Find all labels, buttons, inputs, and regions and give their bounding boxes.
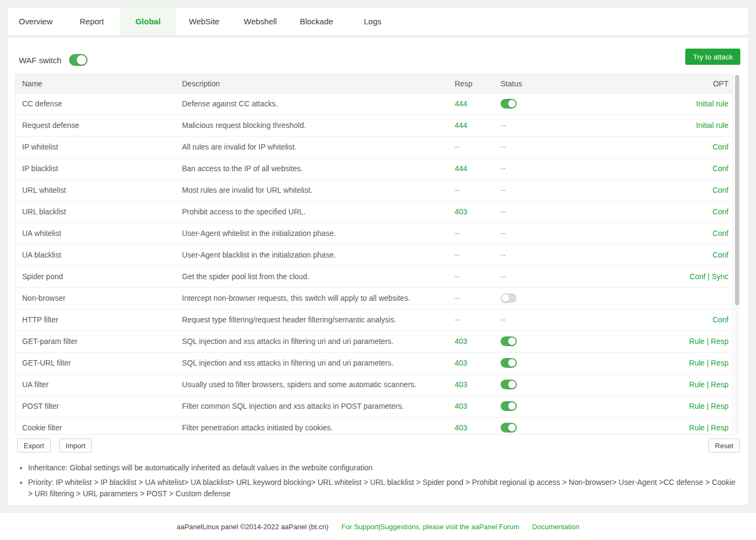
opt-link-conf[interactable]: Conf: [712, 229, 728, 238]
opt-link-conf[interactable]: Conf: [712, 186, 728, 194]
opt-link-resp[interactable]: Resp: [711, 423, 728, 432]
table-row: URL blacklistProhibit access to the spec…: [16, 201, 733, 222]
table-scrollbar-thumb[interactable]: [735, 75, 739, 305]
opt-link-resp[interactable]: Resp: [711, 380, 728, 389]
rule-status-toggle[interactable]: [501, 380, 517, 389]
rule-status-cell: [501, 287, 608, 309]
table-scrollbar[interactable]: [735, 74, 739, 435]
try-to-attack-button[interactable]: Try to attack: [685, 49, 740, 65]
toggle-knob: [508, 338, 516, 345]
opt-link-initial-rule[interactable]: Initial rule: [696, 99, 728, 108]
opt-link-conf[interactable]: Conf: [712, 251, 728, 259]
support-link[interactable]: For Support|Suggestions, please visit th…: [341, 523, 519, 531]
opt-separator: |: [705, 380, 711, 389]
opt-link-resp[interactable]: Resp: [711, 402, 728, 410]
rule-description: Most rules are invalid for URL whitelist…: [182, 179, 455, 201]
waf-global-panel: WAF switch Try to attack Name Descriptio…: [8, 38, 748, 505]
rule-resp: 403: [455, 417, 501, 435]
opt-link-conf[interactable]: Conf: [712, 207, 728, 216]
copyright-text: aaPanelLinux panel ©2014-2022 aaPanel (b…: [177, 523, 328, 531]
reset-button[interactable]: Reset: [708, 438, 740, 453]
rule-name: UA blacklist: [16, 244, 182, 266]
tab-logs[interactable]: Logs: [345, 8, 401, 35]
opt-link-rule[interactable]: Rule: [689, 380, 705, 389]
rule-name: CC defense: [16, 93, 182, 114]
import-button[interactable]: Import: [59, 438, 92, 453]
documentation-link[interactable]: Documentation: [532, 523, 579, 531]
opt-link-rule[interactable]: Rule: [689, 402, 705, 410]
toggle-knob: [508, 424, 516, 431]
toggle-knob: [508, 381, 516, 388]
rule-description: Filter common SQL injection and xss atta…: [182, 395, 455, 417]
rule-status-toggle[interactable]: [501, 336, 517, 346]
rule-description: Prohibit access to the specified URL.: [182, 201, 455, 222]
tab-website[interactable]: WebSite: [176, 8, 232, 35]
rule-status-cell: --: [501, 201, 608, 222]
rule-description: Ban access to the IP of all websites.: [182, 158, 455, 179]
rule-status-none: --: [501, 121, 505, 130]
rule-opt-cell: Conf: [608, 179, 733, 201]
waf-switch-toggle[interactable]: [69, 54, 87, 66]
opt-link-rule[interactable]: Rule: [689, 423, 705, 432]
rule-description: User-Agent whitelist in the initializati…: [182, 222, 455, 244]
rule-name: GET-URL filter: [16, 352, 182, 374]
rule-resp: 444: [455, 114, 501, 136]
tab-webshell[interactable]: Webshell: [232, 8, 288, 35]
rule-status-toggle[interactable]: [501, 358, 517, 368]
rule-resp: 403: [455, 395, 501, 417]
rule-resp: 403: [455, 201, 501, 222]
toggle-knob: [508, 359, 516, 367]
rule-resp: 403: [455, 352, 501, 374]
opt-link-rule[interactable]: Rule: [689, 337, 705, 346]
rule-opt-cell: [608, 287, 733, 309]
opt-link-conf[interactable]: Conf: [712, 164, 728, 173]
rule-description: Request type filtering/request header fi…: [182, 309, 455, 330]
waf-table-body: CC defenseDefense against CC attacks.444…: [16, 93, 733, 435]
opt-link-conf[interactable]: Conf: [712, 315, 728, 324]
table-row: CC defenseDefense against CC attacks.444…: [16, 93, 733, 114]
rule-opt-cell: Initial rule: [608, 114, 733, 136]
toggle-knob: [77, 55, 86, 65]
rule-status-cell: --: [501, 136, 608, 158]
rule-opt-cell: Rule | Resp: [608, 352, 733, 374]
opt-link-initial-rule[interactable]: Initial rule: [696, 121, 728, 130]
rule-status-toggle[interactable]: [501, 99, 517, 109]
rule-name: HTTP filter: [16, 309, 182, 330]
rule-description: Defense against CC attacks.: [182, 93, 455, 114]
tab-global[interactable]: Global: [120, 8, 176, 35]
toggle-knob: [508, 100, 516, 107]
rule-name: URL whitelist: [16, 179, 182, 201]
table-row: HTTP filterRequest type filtering/reques…: [16, 309, 733, 330]
rule-description: User-Agent blacklist in the initializati…: [182, 244, 455, 266]
opt-link-resp[interactable]: Resp: [711, 359, 728, 367]
rule-resp: 403: [455, 330, 501, 352]
opt-separator: |: [705, 272, 711, 281]
tab-blockade[interactable]: Blockade: [288, 8, 345, 35]
rule-status-toggle[interactable]: [501, 293, 517, 303]
opt-link-rule[interactable]: Rule: [689, 359, 705, 367]
rule-status-toggle[interactable]: [501, 423, 517, 433]
table-row: Request defenseMalicious request blockin…: [16, 114, 733, 136]
page-footer: aaPanelLinux panel ©2014-2022 aaPanel (b…: [0, 513, 756, 540]
rule-name: IP blacklist: [16, 158, 182, 179]
rule-status-none: --: [501, 207, 505, 216]
tab-report[interactable]: Report: [64, 8, 120, 35]
waf-rules-table: Name Description Resp Status OPT CC defe…: [15, 74, 733, 435]
tab-overview[interactable]: Overview: [8, 8, 64, 35]
opt-link-sync[interactable]: Sync: [712, 272, 728, 281]
rule-resp: --: [455, 287, 501, 309]
rule-resp: --: [455, 136, 501, 158]
notes-list: Inheritance: Global settings will be aut…: [28, 462, 738, 503]
rule-status-cell: [501, 395, 608, 417]
rule-name: Cookie filter: [16, 417, 182, 435]
rule-description: Intercept non-browser requests, this swi…: [182, 287, 455, 309]
export-button[interactable]: Export: [17, 438, 51, 453]
opt-link-resp[interactable]: Resp: [711, 337, 728, 346]
table-row: Cookie filterFilter penetration attacks …: [16, 417, 733, 435]
opt-link-conf[interactable]: Conf: [690, 272, 706, 281]
rule-status-none: --: [501, 164, 505, 173]
table-row: IP blacklistBan access to the IP of all …: [16, 158, 733, 179]
rule-status-cell: [501, 417, 608, 435]
rule-status-toggle[interactable]: [501, 401, 517, 411]
opt-link-conf[interactable]: Conf: [712, 143, 728, 151]
